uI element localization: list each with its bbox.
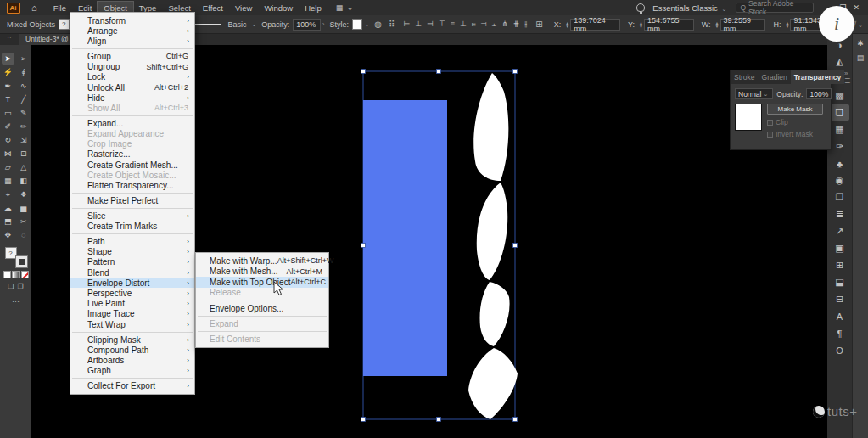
tab-transparency[interactable]: Transparency xyxy=(791,70,844,84)
menu-item-envelope-options[interactable]: Envelope Options... xyxy=(196,303,328,314)
fill-color-swatch[interactable]: ? xyxy=(5,247,17,259)
menu-item-rasterize[interactable]: Rasterize... xyxy=(70,149,194,160)
stepper-icon[interactable]: ▲▼ xyxy=(639,21,643,28)
hand-tool[interactable]: ✥ xyxy=(2,229,14,241)
selection-handle[interactable] xyxy=(437,418,441,422)
menu-item-slice[interactable]: Slice› xyxy=(70,211,194,221)
align-panel-icon[interactable]: ⊟ xyxy=(831,291,849,307)
mesh-tool[interactable]: ▦ xyxy=(2,175,14,187)
home-icon[interactable]: ⌂ xyxy=(31,3,37,13)
clip-checkbox[interactable]: Clip xyxy=(767,118,826,126)
menu-item-make-with-mesh[interactable]: Make with Mesh...Alt+Ctrl+M xyxy=(196,267,328,278)
stroke-color-swatch[interactable] xyxy=(16,256,27,267)
transform-value-input[interactable]: 139.7024 mm xyxy=(570,19,620,31)
distribute-v-top-icon[interactable]: ⫢ xyxy=(472,20,476,29)
selection-handle[interactable] xyxy=(513,70,518,74)
free-transform-tool[interactable]: ⊡ xyxy=(17,148,30,160)
menu-item-shape[interactable]: Shape› xyxy=(70,247,194,257)
lasso-tool[interactable]: ∮ xyxy=(17,66,30,78)
perspective-grid-tool[interactable]: △ xyxy=(17,161,30,173)
appearance-icon[interactable]: ◉ xyxy=(831,172,849,188)
shape-builder-tool[interactable]: ▱ xyxy=(2,161,14,173)
scale-tool[interactable]: ⇲ xyxy=(17,134,30,146)
stepper-icon[interactable]: ▲▼ xyxy=(565,21,569,28)
blue-rectangle[interactable] xyxy=(363,100,447,376)
transparency-icon[interactable]: ❏ xyxy=(831,104,849,121)
tab-stroke[interactable]: Stroke xyxy=(731,70,759,84)
opacity-input[interactable]: 100% xyxy=(806,88,832,99)
menu-item-envelope-distort[interactable]: Envelope Distort› xyxy=(70,278,194,288)
libraries-icon[interactable]: ✱ xyxy=(854,36,866,50)
draw-normal-icon[interactable]: ❏ xyxy=(8,283,14,290)
chevron-down-icon[interactable]: ⌄ xyxy=(364,21,369,28)
artboard-tool[interactable]: ⬒ xyxy=(2,216,14,227)
menu-item-blend[interactable]: Blend› xyxy=(70,267,194,278)
panel-menu-icon[interactable]: » ☰ xyxy=(844,70,853,85)
menu-item-create-gradient-mesh[interactable]: Create Gradient Mesh... xyxy=(70,160,194,170)
document-tab[interactable]: Untitled-3* @ xyxy=(19,34,77,45)
links-icon[interactable]: ▣ xyxy=(831,240,849,256)
menu-item-align[interactable]: Align› xyxy=(70,36,194,46)
distribute-h-right-icon[interactable]: ⫲ xyxy=(524,20,527,29)
invert-mask-checkbox[interactable]: Invert Mask xyxy=(767,130,826,138)
selection-tool[interactable]: ➤ xyxy=(2,53,14,65)
gradient-tool[interactable]: ◧ xyxy=(17,175,30,187)
selection-handle[interactable] xyxy=(361,70,366,74)
menu-item-ungroup[interactable]: UngroupShift+Ctrl+G xyxy=(70,62,194,72)
menu-item-live-paint[interactable]: Live Paint› xyxy=(70,299,194,309)
menu-item-graph[interactable]: Graph› xyxy=(70,366,194,376)
menu-item-make-pixel-perfect[interactable]: Make Pixel Perfect xyxy=(70,195,194,205)
align-bottom-icon[interactable]: ⊥ xyxy=(460,20,467,29)
character-icon[interactable]: A xyxy=(831,308,849,324)
brushes-icon[interactable]: ✑ xyxy=(831,138,849,154)
selection-handle[interactable] xyxy=(513,244,518,248)
selection-handle[interactable] xyxy=(437,70,441,74)
menu-item-perspective[interactable]: Perspective› xyxy=(70,288,194,298)
transform-value-input[interactable]: 39.2559 mm xyxy=(720,19,766,31)
panel-collapse-dots[interactable]: ·· xyxy=(0,45,31,52)
chevron-down-icon[interactable]: ⌄ xyxy=(251,21,256,28)
line-segment-tool[interactable]: ╱ xyxy=(17,93,30,105)
illustrator-logo-icon[interactable]: Ai xyxy=(7,3,20,14)
symbols-icon[interactable]: ♣ xyxy=(831,155,849,171)
blend-tool[interactable]: ❖ xyxy=(17,188,30,200)
layers-icon[interactable]: ≣ xyxy=(831,206,849,222)
menu-item-text-wrap[interactable]: Text Wrap› xyxy=(70,319,194,329)
menu-item-create-trim-marks[interactable]: Create Trim Marks xyxy=(70,222,194,232)
menu-item-pattern[interactable]: Pattern› xyxy=(70,257,194,267)
pencil-tool[interactable]: ✏ xyxy=(17,121,30,132)
chevron-right-icon[interactable]: › xyxy=(837,91,838,97)
info-overlay-button[interactable]: i xyxy=(819,6,854,42)
pathfinder-icon[interactable]: ⬓ xyxy=(831,274,849,290)
gradient-icon[interactable]: ▩ xyxy=(831,87,849,104)
distribute-h-left-icon[interactable]: ⋔ xyxy=(501,20,508,29)
align-v-center-icon[interactable]: ≡ xyxy=(451,20,455,29)
distribute-v-center-icon[interactable]: ⫤ xyxy=(481,20,487,29)
paragraph-icon[interactable]: ¶ xyxy=(831,325,849,341)
magic-wand-tool[interactable]: ⚡ xyxy=(2,66,14,78)
menu-help[interactable]: Help xyxy=(299,2,328,14)
fill-swatch[interactable]: ? xyxy=(59,19,69,30)
eyedropper-tool[interactable]: ⌖ xyxy=(2,188,14,200)
direct-selection-tool[interactable]: ➢ xyxy=(17,53,30,65)
menu-item-collect-for-export[interactable]: Collect For Export› xyxy=(70,380,194,390)
blend-mode-select[interactable]: Normal ⌄ xyxy=(735,88,773,99)
menu-effect[interactable]: Effect xyxy=(197,2,229,14)
opacity-input[interactable]: 100% xyxy=(293,19,321,31)
menu-item-arrange[interactable]: Arrange› xyxy=(70,25,194,36)
slice-tool[interactable]: ✂ xyxy=(17,216,30,227)
align-top-icon[interactable]: ⊤ xyxy=(439,20,445,29)
menu-file[interactable]: File xyxy=(48,2,72,14)
chevron-right-icon[interactable]: › xyxy=(322,21,324,27)
close-button[interactable]: ✕ xyxy=(849,3,863,12)
menu-item-lock[interactable]: Lock› xyxy=(70,72,194,82)
align-h-center-icon[interactable]: ⊥ xyxy=(415,20,422,29)
menu-item-hide[interactable]: Hide› xyxy=(70,93,194,103)
type-tool[interactable]: T xyxy=(2,93,14,105)
color-button[interactable] xyxy=(3,271,11,278)
rotate-tool[interactable]: ↻ xyxy=(2,134,14,146)
workspace-switcher-icon[interactable]: ▦ ⌄ xyxy=(336,3,355,12)
menu-window[interactable]: Window xyxy=(258,2,299,14)
stepper-icon[interactable]: ▲▼ xyxy=(715,21,720,28)
selection-handle[interactable] xyxy=(361,418,366,422)
